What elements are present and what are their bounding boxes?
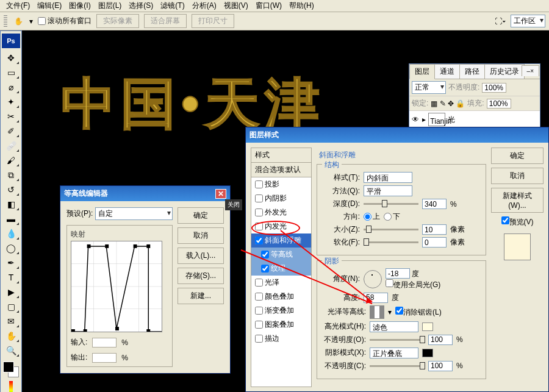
effect-color-overlay[interactable]: 颜色叠加	[251, 290, 311, 304]
fit-screen-button[interactable]: 适合屏幕	[144, 14, 187, 28]
menu-help[interactable]: 帮助(H)	[285, 0, 318, 12]
layer-item[interactable]: 👁 ▸ 光	[409, 111, 540, 129]
dir-down-radio[interactable]: 下	[384, 212, 400, 222]
preset-dropdown[interactable]: 自定	[95, 207, 173, 220]
cancel-button[interactable]: 取消	[491, 168, 544, 184]
style-titlebar[interactable]: 图层样式	[246, 127, 548, 143]
print-size-button[interactable]: 打印尺寸	[192, 14, 234, 28]
crop-tool[interactable]: ✂	[2, 110, 20, 123]
marquee-tool[interactable]: ▭	[2, 66, 20, 79]
history-brush-tool[interactable]: ↺	[2, 183, 20, 196]
menu-window[interactable]: 窗口(W)	[252, 0, 285, 12]
menu-layer[interactable]: 图层(L)	[95, 0, 126, 12]
menu-file[interactable]: 文件(F)	[2, 0, 34, 12]
effect-texture[interactable]: 纹理	[251, 262, 311, 276]
effect-pattern-overlay[interactable]: 图案叠加	[251, 318, 311, 332]
gloss-contour-picker[interactable]	[370, 305, 384, 319]
angle-dial[interactable]	[364, 270, 382, 288]
soften-input[interactable]	[422, 237, 447, 248]
menu-select[interactable]: 选择(S)	[125, 0, 157, 12]
new-style-button[interactable]: 新建样式(W)...	[491, 188, 544, 213]
altitude-input[interactable]	[364, 293, 388, 303]
menu-edit[interactable]: 编辑(E)	[34, 0, 65, 12]
lock-icons[interactable]: ▦ ✎ ✥ 🔒	[431, 99, 465, 108]
depth-input[interactable]	[422, 199, 447, 209]
type-tool[interactable]: T	[2, 271, 20, 284]
workspace-dropdown[interactable]: 工作区	[511, 15, 545, 27]
preview-checkbox[interactable]: 预览(V)	[491, 216, 544, 227]
effect-outer-glow[interactable]: 外发光	[251, 205, 311, 219]
effect-inner-glow[interactable]: 内发光	[251, 219, 311, 233]
blur-tool[interactable]: 💧	[2, 227, 20, 240]
new-button[interactable]: 新建...	[178, 288, 224, 304]
ok-button[interactable]: 确定	[178, 207, 224, 224]
tab-paths[interactable]: 路径	[459, 64, 485, 79]
eraser-tool[interactable]: ◧	[2, 198, 20, 211]
effect-contour[interactable]: 等高线	[251, 248, 311, 262]
zoom-tool[interactable]: 🔍	[2, 344, 20, 357]
effect-inner-shadow[interactable]: 内阴影	[251, 191, 311, 205]
effect-drop-shadow[interactable]: 投影	[251, 177, 311, 191]
blend-header[interactable]: 混合选项:默认	[251, 163, 311, 177]
load-button[interactable]: 载入(L)...	[178, 248, 224, 264]
pen-tool[interactable]: ✒	[2, 256, 20, 269]
actual-pixels-button[interactable]: 实际像素	[96, 14, 139, 28]
path-select-tool[interactable]: ▶	[2, 285, 20, 299]
shadow-opacity-slider[interactable]	[370, 365, 425, 367]
menu-analysis[interactable]: 分析(A)	[188, 0, 220, 12]
menu-filter[interactable]: 滤镜(T)	[157, 0, 188, 12]
fill-input[interactable]: 100%	[487, 99, 511, 109]
cancel-button[interactable]: 取消	[178, 227, 224, 244]
highlight-opacity-input[interactable]	[428, 335, 453, 345]
depth-slider[interactable]	[364, 203, 418, 205]
technique-select[interactable]: 平滑	[364, 185, 412, 196]
dodge-tool[interactable]: ◯	[2, 241, 20, 255]
menu-view[interactable]: 视图(V)	[220, 0, 252, 12]
panel-close-icon[interactable]: –×	[522, 65, 539, 76]
lasso-tool[interactable]: ⌀	[2, 80, 20, 94]
style-select[interactable]: 内斜面	[364, 172, 412, 183]
ok-button[interactable]: 确定	[491, 148, 544, 164]
effect-gradient-overlay[interactable]: 渐变叠加	[251, 304, 311, 318]
contour-titlebar[interactable]: 等高线编辑器 ✕	[60, 186, 230, 201]
brush-tool[interactable]: 🖌	[2, 154, 20, 167]
close-icon[interactable]: ✕	[215, 189, 226, 199]
wand-tool[interactable]: ✦	[2, 95, 20, 109]
go-bridge-icon[interactable]: ⛶▾	[495, 17, 506, 26]
soften-slider[interactable]	[364, 241, 418, 243]
menu-image[interactable]: 图像(I)	[65, 0, 94, 12]
global-light-checkbox[interactable]: 使用全局光(G)	[386, 280, 440, 289]
save-button[interactable]: 存储(S)...	[178, 268, 224, 284]
stamp-tool[interactable]: ⧉	[2, 168, 20, 182]
highlight-opacity-slider[interactable]	[370, 339, 425, 341]
tab-history[interactable]: 历史记录	[484, 64, 525, 79]
opacity-input[interactable]: 100%	[482, 83, 506, 93]
hand-tool[interactable]: ✋	[2, 329, 20, 343]
effect-satin[interactable]: 光泽	[251, 276, 311, 290]
gradient-tool[interactable]: ▬	[2, 212, 20, 226]
contour-graph[interactable]	[71, 241, 162, 332]
effect-stroke[interactable]: 描边	[251, 332, 311, 346]
size-input[interactable]	[422, 224, 447, 235]
styles-header[interactable]: 样式	[251, 148, 311, 163]
dir-up-radio[interactable]: 上	[364, 212, 380, 222]
notes-tool[interactable]: ✉	[2, 315, 20, 328]
move-tool[interactable]: ✥	[2, 51, 20, 65]
highlight-color[interactable]	[422, 323, 433, 331]
shadow-color[interactable]	[422, 349, 433, 357]
color-swatch[interactable]	[3, 362, 19, 377]
blend-mode-dropdown[interactable]: 正常	[412, 81, 446, 94]
size-slider[interactable]	[364, 229, 418, 230]
eyedropper-tool[interactable]: ✐	[2, 124, 20, 138]
eye-icon[interactable]: 👁	[411, 115, 420, 124]
shape-tool[interactable]: ▢	[2, 300, 20, 313]
hand-tool-icon[interactable]: ✋	[12, 15, 24, 27]
heal-tool[interactable]: 🩹	[2, 139, 20, 152]
angle-input[interactable]	[386, 268, 410, 279]
shadow-opacity-input[interactable]	[428, 361, 453, 371]
scroll-all-checkbox[interactable]: 滚动所有窗口	[38, 16, 92, 26]
shadow-mode-select[interactable]: 正片叠底	[370, 347, 418, 358]
antialias-checkbox[interactable]: 消除锯齿(L)	[395, 307, 442, 318]
tab-layers[interactable]: 图层	[409, 64, 435, 79]
output-value[interactable]	[92, 353, 117, 363]
